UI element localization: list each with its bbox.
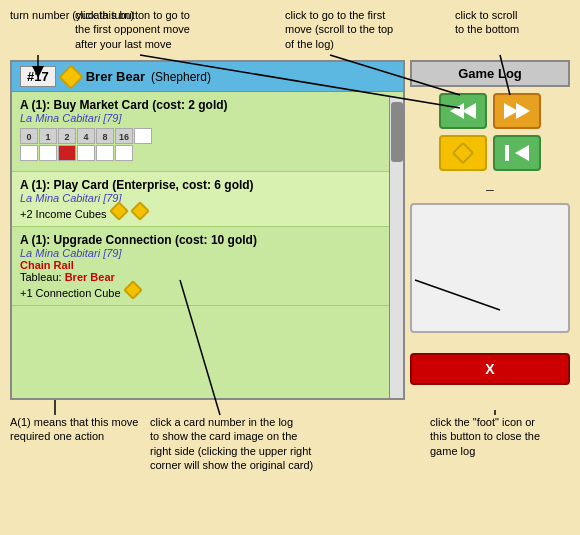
track-header-1: 1 xyxy=(39,128,57,144)
close-button-label: X xyxy=(485,361,494,377)
gold-gem-icon xyxy=(58,64,83,89)
svg-marker-0 xyxy=(462,103,476,119)
game-log-header: #17 Brer Bear (Shepherd) xyxy=(12,62,403,92)
nav-buttons-row2 xyxy=(410,135,570,171)
first-move-button[interactable] xyxy=(439,93,487,129)
log-entry-1-cost: (cost: 2 gold) xyxy=(152,98,227,112)
track-cell-extra xyxy=(134,128,152,144)
log-entry-2-detail: (Enterprise, cost: 6 gold) xyxy=(112,178,253,192)
track-row2-3 xyxy=(77,145,95,161)
log-entry-1-title: A (1): Buy Market Card (cost: 2 gold) xyxy=(20,98,395,112)
svg-rect-4 xyxy=(505,145,509,161)
log-entry-1-action: A (1): xyxy=(20,98,54,112)
pipe-left-button[interactable] xyxy=(493,135,541,171)
track-row2-2 xyxy=(58,145,76,161)
gem-nav-button[interactable] xyxy=(439,135,487,171)
close-button[interactable]: X xyxy=(410,353,570,385)
first-opponent-annotation: click this button to go tothe first oppo… xyxy=(75,8,205,51)
player-role: (Shepherd) xyxy=(151,70,211,84)
log-entry-3-card: La Mina Cabitari [79] xyxy=(20,247,395,259)
log-entry-2-action: A (1): xyxy=(20,178,54,192)
track-grid-1: 0 1 2 4 8 16 xyxy=(20,128,395,161)
log-entry-2-extra: +2 Income Cubes xyxy=(20,204,395,220)
log-entry-3-cost: (cost: 10 gold) xyxy=(175,233,257,247)
svg-marker-5 xyxy=(515,145,529,161)
right-panel: Game Log – X xyxy=(410,60,570,385)
log-entry-3-player: Brer Bear xyxy=(65,271,115,283)
track-row2-0 xyxy=(20,145,38,161)
close-annotation: click the "foot" icon orthis button to c… xyxy=(430,415,575,458)
game-log-title: Game Log xyxy=(410,60,570,87)
log-entry-3-tableau: Tableau: Brer Bear xyxy=(20,271,395,283)
track-header-16: 16 xyxy=(115,128,133,144)
log-entry-2-action-name: Play Card xyxy=(54,178,109,192)
log-entry-1-action-name: Buy Market Card xyxy=(54,98,149,112)
log-entry-2-card: La Mina Cabitari [79] xyxy=(20,192,395,204)
log-entry-3-title: A (1): Upgrade Connection (cost: 10 gold… xyxy=(20,233,395,247)
first-move-annotation: click to go to the firstmove (scroll to … xyxy=(285,8,415,51)
log-entry-3-action-name: Upgrade Connection xyxy=(54,233,172,247)
track-header-8: 8 xyxy=(96,128,114,144)
player-name: Brer Bear xyxy=(86,69,145,84)
a1-means-annotation: A(1) means that this moverequired one ac… xyxy=(10,415,140,444)
track-row2-5 xyxy=(115,145,133,161)
track-header-0: 0 xyxy=(20,128,38,144)
last-move-button[interactable] xyxy=(493,93,541,129)
turn-number: #17 xyxy=(20,66,56,87)
svg-marker-2 xyxy=(504,103,518,119)
log-entry-2: A (1): Play Card (Enterprise, cost: 6 go… xyxy=(12,172,403,227)
log-entry-2-title: A (1): Play Card (Enterprise, cost: 6 go… xyxy=(20,178,395,192)
card-preview-area xyxy=(410,203,570,333)
card-number-annotation: click a card number in the logto show th… xyxy=(150,415,370,472)
log-entry-3-action: A (1): xyxy=(20,233,54,247)
log-entry-3-chain: Chain Rail xyxy=(20,259,395,271)
log-entry-3: A (1): Upgrade Connection (cost: 10 gold… xyxy=(12,227,403,306)
track-row2-1 xyxy=(39,145,57,161)
log-scrollbar[interactable] xyxy=(389,97,403,398)
log-entry-1-card: La Mina Cabitari [79] xyxy=(20,112,395,124)
income-gem-1 xyxy=(109,201,129,221)
scroll-thumb xyxy=(391,102,403,162)
track-header-4: 4 xyxy=(77,128,95,144)
svg-marker-1 xyxy=(450,103,464,119)
svg-marker-3 xyxy=(516,103,530,119)
income-gem-2 xyxy=(130,201,150,221)
log-entry-3-cube: +1 Connection Cube xyxy=(20,283,395,299)
card-number-1[interactable]: 79 xyxy=(106,112,118,124)
game-log-panel: #17 Brer Bear (Shepherd) A (1): Buy Mark… xyxy=(10,60,405,400)
dash-separator: – xyxy=(410,181,570,197)
track-row2-4 xyxy=(96,145,114,161)
scroll-bottom-annotation: click to scrollto the bottom xyxy=(455,8,565,37)
track-header-2: 2 xyxy=(58,128,76,144)
connection-gem xyxy=(123,280,143,300)
log-entry-1: A (1): Buy Market Card (cost: 2 gold) La… xyxy=(12,92,403,172)
log-content: A (1): Buy Market Card (cost: 2 gold) La… xyxy=(12,92,403,393)
nav-buttons-row1 xyxy=(410,93,570,129)
card-number-3[interactable]: 79 xyxy=(106,247,118,259)
